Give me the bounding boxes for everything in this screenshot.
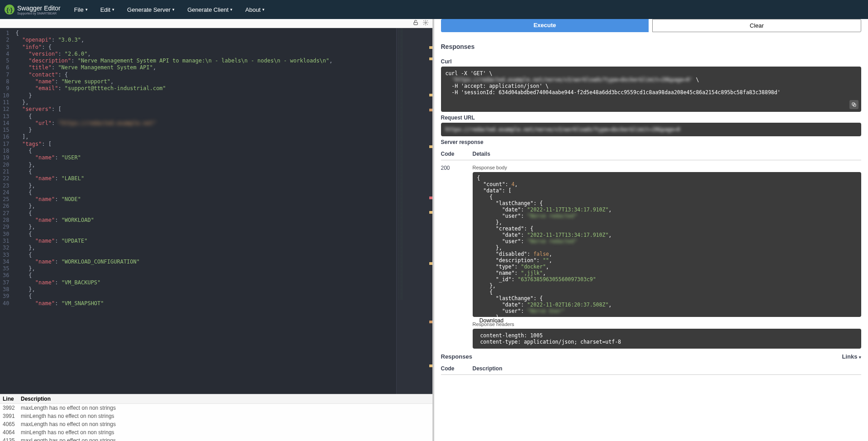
errors-header: Line Description [0,394,432,404]
errors-col-line: Line [3,396,21,402]
details-col-head: Details [473,151,490,157]
curl-block: curl -X 'GET' \ 'https://redacted.exampl… [441,67,862,112]
chevron-down-icon: ▾ [859,355,861,360]
errors-panel[interactable]: Line Description 3992maxLength has no ef… [0,394,432,441]
preview-pane: Execute Clear Responses Curl curl -X 'GE… [434,19,868,441]
minimap[interactable]: — — — —— — — —— — — —— — — —— — — —— — —… [396,28,432,394]
code-editor[interactable]: 1234567891011121314151617181920212223242… [0,28,432,394]
clear-button[interactable]: Clear [652,19,861,32]
copy-icon[interactable] [849,100,859,109]
copy-icon[interactable] [473,317,478,324]
execute-bar: Execute Clear [441,19,862,32]
gear-icon[interactable] [422,19,429,27]
chevron-down-icon: ▾ [85,7,88,12]
logo: {·} Swagger Editor Supported by SMARTBEA… [5,5,61,15]
response-row: 200 Response body { "count": 4, "data": … [441,160,862,349]
curl-heading: Curl [441,58,862,65]
execute-button[interactable]: Execute [441,19,649,32]
menu-generate-server[interactable]: Generate Server ▾ [127,6,175,13]
request-url-heading: Request URL [441,115,862,121]
error-row[interactable]: 4064minLength has no effect on non strin… [0,428,432,436]
error-row[interactable]: 4065maxLength has no effect on non strin… [0,420,432,428]
server-response-heading: Server response [441,139,862,145]
editor-toolbar [0,19,432,28]
swagger-logo-icon: {·} [5,5,14,14]
status-code: 200 [441,165,473,349]
topbar: {·} Swagger Editor Supported by SMARTBEA… [0,0,868,19]
brand-title: Swagger Editor [17,5,61,12]
errors-col-desc: Description [21,396,51,402]
marker-column [429,28,432,394]
response-section: Curl curl -X 'GET' \ 'https://redacted.e… [441,58,862,375]
response-body-heading: Response body [473,165,862,170]
response-headers-heading: Response headers [473,321,862,327]
menu-about[interactable]: About ▾ [245,6,265,13]
menu-file[interactable]: File ▾ [74,6,88,13]
brand-subtitle: Supported by SMARTBEAR [17,12,61,15]
response-headers-block: content-length: 1005 content-type: appli… [473,329,862,349]
error-row[interactable]: 4135maxLength has no effect on non strin… [0,436,432,441]
links-heading[interactable]: Links ▾ [842,353,861,360]
code-content[interactable]: { "openapi": "3.0.3", "info": { "version… [14,28,432,394]
response-body-block[interactable]: { "count": 4, "data": [ { "lastChange": … [473,172,862,317]
download-button[interactable]: Download [479,317,503,324]
chevron-down-icon: ▾ [230,7,232,12]
line-gutter: 1234567891011121314151617181920212223242… [0,28,14,394]
menu-generate-client[interactable]: Generate Client ▾ [187,6,232,13]
code-col-head: Code [441,151,473,157]
menu-edit[interactable]: Edit ▾ [100,6,114,13]
chevron-down-icon: ▾ [112,7,114,12]
svg-point-1 [425,22,427,24]
responses-heading-2: Responses [441,353,472,360]
responses-heading: Responses [441,38,862,56]
editor-pane: 1234567891011121314151617181920212223242… [0,19,434,441]
error-row[interactable]: 3991minLength has no effect on non strin… [0,412,432,420]
code-col-head-2: Code [441,365,473,372]
chevron-down-icon: ▾ [172,7,175,12]
main-menu: File ▾Edit ▾Generate Server ▾Generate Cl… [74,6,265,13]
error-row[interactable]: 3992maxLength has no effect on non strin… [0,404,432,412]
lock-icon[interactable] [413,19,419,27]
chevron-down-icon: ▾ [262,7,265,12]
responses-table-head-2: Code Description [441,362,862,375]
request-url-block: https://redacted.example.net/nerve/v3/wo… [441,123,862,136]
response-table-head: Code Details [441,147,862,160]
svg-rect-0 [413,22,417,24]
description-col-head: Description [473,365,503,372]
main-split: 1234567891011121314151617181920212223242… [0,19,868,441]
